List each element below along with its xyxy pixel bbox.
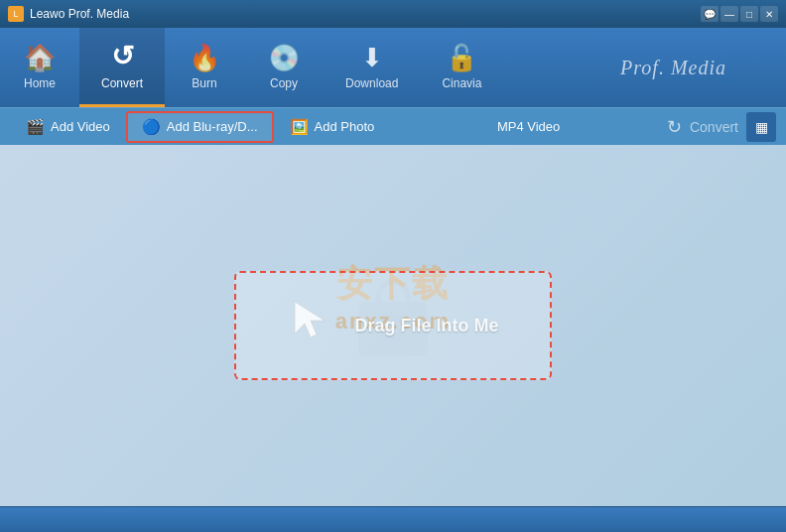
download-label: Download xyxy=(345,76,398,90)
copy-label: Copy xyxy=(270,76,298,90)
add-bluray-icon: 🔵 xyxy=(142,118,161,136)
toolbar-burn[interactable]: 🔥 Burn xyxy=(165,28,244,107)
refresh-icon[interactable]: ↻ xyxy=(667,116,682,138)
add-photo-icon: 🖼️ xyxy=(290,118,309,136)
convert-button[interactable]: Convert xyxy=(690,119,738,135)
convert-action-area: ↻ Convert xyxy=(667,116,738,138)
brand-text: Prof. Media xyxy=(620,57,726,79)
minimize-button[interactable]: — xyxy=(720,6,738,22)
toolbar-items: 🏠 Home ↺ Convert 🔥 Burn 💿 Copy ⬇ Downloa… xyxy=(0,28,503,107)
copy-icon: 💿 xyxy=(268,45,300,70)
add-video-label: Add Video xyxy=(51,119,110,134)
burn-label: Burn xyxy=(192,76,216,90)
close-button[interactable]: ✕ xyxy=(760,6,778,22)
burn-icon: 🔥 xyxy=(189,45,220,70)
toolbar-download[interactable]: ⬇ Download xyxy=(324,28,420,107)
window-controls: 💬 — □ ✕ xyxy=(701,6,778,22)
add-bluray-label: Add Blu-ray/D... xyxy=(167,119,258,134)
home-icon: 🏠 xyxy=(24,45,56,70)
cinavia-label: Cinavia xyxy=(442,76,481,90)
sidebar-toggle-button[interactable]: ▦ xyxy=(746,112,776,142)
action-bar: 🎬 Add Video 🔵 Add Blu-ray/D... 🖼️ Add Ph… xyxy=(0,107,786,145)
sidebar-toggle-icon: ▦ xyxy=(755,119,768,135)
toolbar: 🏠 Home ↺ Convert 🔥 Burn 💿 Copy ⬇ Downloa… xyxy=(0,28,786,107)
add-bluray-button[interactable]: 🔵 Add Blu-ray/D... xyxy=(126,111,274,143)
add-photo-label: Add Photo xyxy=(315,119,375,134)
add-video-icon: 🎬 xyxy=(26,118,45,136)
toolbar-convert[interactable]: ↺ Convert xyxy=(79,28,165,107)
status-bar xyxy=(0,506,786,532)
toolbar-copy[interactable]: 💿 Copy xyxy=(244,28,324,107)
add-video-button[interactable]: 🎬 Add Video xyxy=(10,111,126,143)
toolbar-cinavia[interactable]: 🔓 Cinavia xyxy=(420,28,503,107)
title-bar: L Leawo Prof. Media 💬 — □ ✕ xyxy=(0,0,786,28)
format-text: MP4 Video xyxy=(497,119,560,134)
title-bar-left: L Leawo Prof. Media xyxy=(8,6,129,22)
maximize-button[interactable]: □ xyxy=(740,6,758,22)
drop-zone-label: Drag File Into Me xyxy=(354,316,498,336)
app-title: Leawo Prof. Media xyxy=(30,7,129,21)
drag-icon xyxy=(287,294,338,357)
home-label: Home xyxy=(24,76,56,90)
drop-zone[interactable]: Drag File Into Me xyxy=(234,271,552,380)
cinavia-icon: 🔓 xyxy=(446,45,477,70)
app-icon: L xyxy=(8,6,24,22)
message-button[interactable]: 💬 xyxy=(701,6,719,22)
add-photo-button[interactable]: 🖼️ Add Photo xyxy=(274,111,391,143)
download-icon: ⬇ xyxy=(361,45,383,70)
toolbar-home[interactable]: 🏠 Home xyxy=(0,28,79,107)
main-content: 🛡 安下载 anxz.com Drag File Into Me xyxy=(0,145,786,506)
format-display: MP4 Video xyxy=(390,119,667,134)
convert-icon: ↺ xyxy=(111,43,134,70)
convert-label: Convert xyxy=(101,76,143,90)
